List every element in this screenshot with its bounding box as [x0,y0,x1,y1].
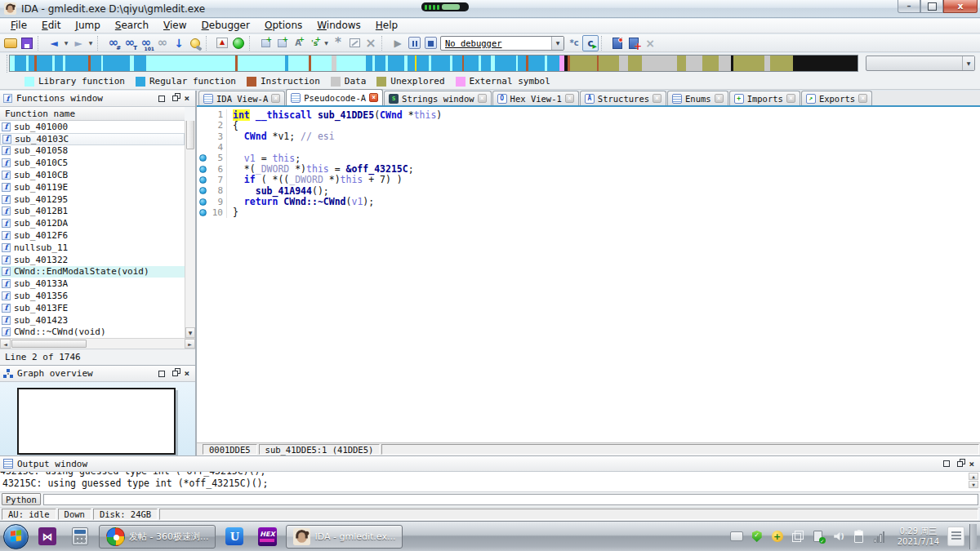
debug-start-icon[interactable] [390,35,406,51]
search-address-icon binoc[interactable] [105,35,122,51]
bpt-list-icon[interactable] [609,35,626,51]
network-icon[interactable] [873,530,886,543]
code-line[interactable]: 3 CWnd *v1; // esi [197,131,980,142]
panel-close-icon[interactable] [184,94,189,103]
functions-horizontal-scrollbar[interactable]: ◄ ► [0,338,195,349]
tab[interactable]: Exports [801,91,872,105]
sep-icon[interactable] [206,36,212,51]
menu-item[interactable]: Options [257,19,310,33]
taskbar-calculator-icon[interactable] [66,524,94,549]
stack-icon[interactable] [791,530,804,543]
usb-icon[interactable] [812,530,825,543]
edit-box-icon[interactable] [346,35,363,51]
code-line[interactable]: 4 [197,142,980,153]
run-icon[interactable] [230,35,247,51]
search-disabled-icon[interactable] [154,35,171,51]
code-line[interactable]: 9 return CWnd::~CWnd(v1); [197,196,980,207]
panel-float-icon[interactable] [172,96,178,101]
functions-window-titlebar[interactable]: f Functions window [0,91,195,107]
sep-icon[interactable] [381,36,387,51]
panel-maximize-icon[interactable] [158,371,165,377]
tab[interactable]: Pseudocode-A [286,89,383,105]
drop-forward-icon[interactable] [87,35,95,51]
sep-icon[interactable] [249,36,255,51]
function-row[interactable]: f sub_401423 [0,314,185,327]
close-button[interactable] [943,0,978,13]
panel-float-icon[interactable] [957,461,963,467]
function-row[interactable]: f sub_401322 [0,254,185,266]
tab-close-icon[interactable] [478,94,487,103]
menu-item[interactable]: View [156,19,194,33]
drop-string-icon[interactable] [323,35,330,51]
nav-back-icon[interactable] [46,35,62,51]
functions-vertical-scrollbar[interactable]: ▲ ▼ [185,121,195,338]
tab[interactable]: Strings window [384,91,492,105]
code-line[interactable]: 7 if ( *((_DWORD *)this + 7) ) [197,175,980,185]
taskbar-ida-button[interactable]: IDA - gmledit.ex... [286,525,403,549]
scroll-down-icon[interactable]: ▼ [185,327,195,338]
sep-icon[interactable] [601,36,607,51]
tab-close-icon[interactable] [786,94,795,103]
navigation-band[interactable] [9,55,858,72]
output-log[interactable]: 43215C: using guessed type int (*off_432… [0,472,980,492]
taskbar-browser-button[interactable]: 发帖 - 360极速浏... [99,525,216,549]
tab-close-icon[interactable] [271,94,280,103]
function-row[interactable]: f sub_4010CB [0,169,185,181]
function-row[interactable]: f sub_401000 [0,121,185,133]
delete-icon[interactable] [363,35,379,51]
sep-icon[interactable] [38,36,43,51]
tab[interactable]: Enums [667,91,728,105]
tab[interactable]: Structures [580,91,666,105]
ball360-icon[interactable] [771,530,784,543]
code-line[interactable]: 6 *(_DWORD *)this = &off_43215C; [197,163,980,174]
menu-item[interactable]: Windows [310,19,368,33]
function-row[interactable]: f sub_40119E [0,181,185,193]
save-icon[interactable] [19,35,35,51]
debug-pause-icon[interactable] [406,35,422,51]
code-line[interactable]: 10 } [197,207,980,218]
taskbar-u-app-icon[interactable]: U [220,524,248,549]
tab-close-icon[interactable] [715,94,724,103]
panel-float-icon[interactable] [172,371,178,376]
function-row[interactable]: f CWnd::EndModalState(void) [0,266,185,278]
minimize-button[interactable] [898,0,920,13]
panel-maximize-icon[interactable] [943,460,950,467]
scroll-up-icon[interactable]: ▲ [969,473,978,480]
function-row[interactable]: f sub_4013FE [0,302,185,314]
compile-c-icon[interactable] [582,35,599,51]
output-window-titlebar[interactable]: Output window [0,456,980,472]
scrollbar-thumb[interactable] [11,340,87,348]
add-struct-icon[interactable] [257,35,274,51]
scroll-right-icon[interactable]: ► [185,339,195,349]
panel-close-icon[interactable] [184,369,189,378]
navband-range-select[interactable] [866,56,975,71]
scrollbar-thumb[interactable] [186,121,194,149]
function-row[interactable]: f CWnd::~CWnd(void) [0,327,185,338]
start-button[interactable] [3,524,29,549]
add-string-icon[interactable] [306,35,323,51]
function-row[interactable]: f nullsub_11 [0,242,185,254]
nav-forward-icon[interactable] [70,35,87,51]
menu-item[interactable]: File [3,19,34,33]
open-file-icon[interactable] [2,35,19,51]
notification-center-icon[interactable] [947,527,964,546]
taskbar-clock[interactable]: 0:29 周三 2021/7/14 [894,526,942,547]
graph-overview-titlebar[interactable]: Graph overview [0,366,195,382]
code-line[interactable]: 1 int __thiscall sub_41DDE5(CWnd *this) [197,109,980,120]
sep-icon[interactable] [97,36,103,51]
jump-icon[interactable] [171,35,187,51]
add-union-icon[interactable] [274,35,290,51]
menu-item[interactable]: Edit [34,19,68,33]
graph-overview-viewport[interactable] [17,388,176,455]
chevron-down-icon[interactable] [962,56,974,70]
highlight-icon[interactable] [187,35,203,51]
bpt-del-icon[interactable] [642,35,658,51]
function-row[interactable]: f sub_40103C [0,133,185,145]
tab[interactable]: Hex View-1 [492,91,579,105]
tab-close-icon[interactable] [653,94,662,103]
bpt-add-icon[interactable] [626,35,642,51]
tab[interactable]: IDA View-A [198,91,285,105]
python-input[interactable] [43,494,978,505]
function-row[interactable]: f sub_401058 [0,145,185,158]
taskbar-hex-app-icon[interactable]: HEX [253,524,281,549]
